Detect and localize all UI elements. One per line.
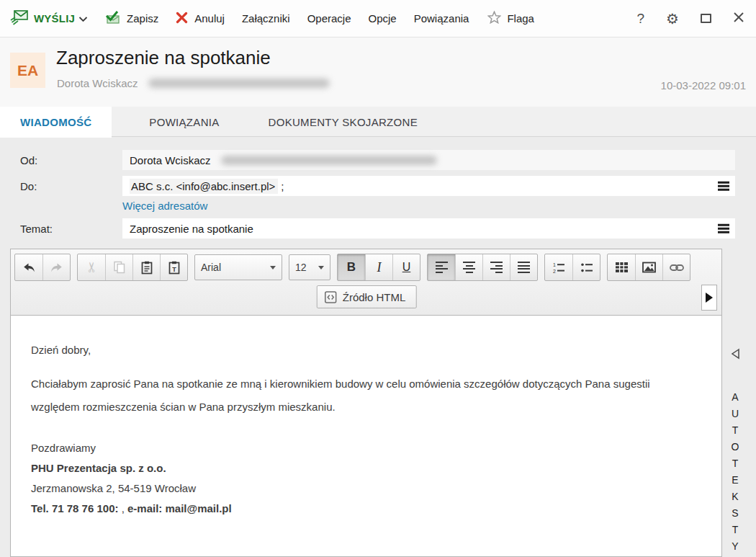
redacted-from-email (221, 156, 437, 165)
bold-button[interactable]: B (338, 254, 365, 280)
body-greeting: Dzień dobry, (31, 339, 700, 362)
font-family-select[interactable]: Arial (194, 254, 282, 280)
signature-closing: Pozdrawiamy (31, 438, 700, 458)
menu-opcje[interactable]: Opcje (369, 12, 397, 24)
insert-image-button[interactable] (635, 254, 662, 280)
to-field[interactable]: ABC s.c. <info@abc.insert.pl> ; (122, 176, 735, 196)
insert-table-button[interactable] (608, 254, 635, 280)
list-group: 1 2 (544, 254, 600, 281)
to-label: Do: (20, 180, 37, 192)
paste-text-icon: T (168, 261, 181, 275)
subject-field[interactable]: Zaproszenie na spotkanie (122, 218, 735, 239)
from-value: Dorota Wciskacz (130, 154, 211, 166)
tab-dokumenty-skojarzone[interactable]: DOKUMENTY SKOJARZONE (247, 107, 439, 137)
style-group: B I U (337, 254, 420, 281)
html-source-icon (325, 291, 337, 303)
menu-powiazania[interactable]: Powiązania (414, 12, 469, 24)
cut-button[interactable]: ✂ (78, 254, 105, 280)
autoteksty-collapse-button[interactable] (729, 347, 744, 360)
paste-icon (140, 261, 153, 275)
page-title: Zaproszenie na spotkanie (56, 47, 271, 69)
close-icon[interactable] (733, 12, 744, 26)
signature-contact: Tel. 71 78 76 100: , e-mail: mail@mail.p… (31, 499, 700, 519)
font-family-value: Arial (201, 262, 221, 273)
insert-link-button[interactable] (662, 254, 690, 280)
signature-company: PHU Prezentacja sp. z o.o. (31, 458, 700, 478)
align-right-icon (490, 262, 503, 273)
undo-button[interactable] (15, 254, 42, 280)
sender-line: Dorota Wciskacz (57, 77, 330, 89)
play-right-icon (706, 293, 713, 303)
recipient-chip[interactable]: ABC s.c. <info@abc.insert.pl> (130, 179, 278, 194)
html-source-button[interactable]: Źródło HTML (317, 285, 417, 308)
message-header: EA Zaproszenie na spotkanie Dorota Wcisk… (0, 37, 756, 107)
autoteksty-panel-label[interactable]: AUTOTEKSTY (724, 389, 746, 555)
link-icon (670, 263, 684, 272)
scissors-icon: ✂ (84, 262, 99, 273)
tab-wiadomosc[interactable]: WIADOMOŚĆ (0, 107, 112, 138)
align-left-icon (436, 262, 448, 273)
align-center-button[interactable] (455, 254, 482, 280)
redacted-email (148, 79, 330, 88)
main-toolbar: WYŚLIJ Zapisz (0, 0, 756, 37)
chevron-down-icon[interactable] (78, 12, 88, 24)
underline-glyph: U (402, 261, 411, 274)
to-suffix: ; (281, 180, 284, 192)
caret-down-icon (318, 266, 324, 269)
more-recipients-link[interactable]: Więcej adresatów (122, 200, 207, 212)
toolbar-expand-button[interactable] (701, 285, 717, 311)
signature-phone: Tel. 71 78 76 100: (31, 502, 118, 514)
window-controls: ? ⚙ (636, 10, 744, 27)
tab-powiazania[interactable]: POWIĄZANIA (127, 107, 240, 137)
flag-button[interactable]: Flaga (487, 11, 534, 26)
font-size-value: 12 (295, 262, 307, 273)
align-justify-button[interactable] (510, 254, 537, 280)
send-button[interactable]: WYŚLIJ (10, 9, 88, 28)
subject-value: Zaproszenie na spotkanie (130, 223, 253, 235)
from-label: Od: (20, 154, 37, 166)
email-compose-window: WYŚLIJ Zapisz (0, 0, 756, 557)
bold-glyph: B (347, 260, 356, 275)
bullet-list-button[interactable] (572, 254, 600, 280)
italic-button[interactable]: I (365, 254, 392, 280)
table-icon (615, 262, 629, 273)
undo-icon (22, 262, 36, 274)
hamburger-icon[interactable] (718, 182, 729, 191)
gear-icon[interactable]: ⚙ (666, 10, 679, 27)
redo-icon (50, 262, 63, 274)
align-justify-icon (518, 262, 530, 273)
help-icon[interactable]: ? (636, 11, 644, 27)
font-size-select[interactable]: 12 (289, 254, 330, 280)
signature-separator: , (118, 502, 127, 514)
image-icon (642, 262, 656, 273)
align-left-button[interactable] (428, 254, 455, 280)
from-field: Dorota Wciskacz (122, 150, 735, 170)
cancel-button-label: Anuluj (194, 12, 225, 24)
paste-text-button[interactable]: T (160, 254, 187, 280)
svg-text:2: 2 (553, 268, 556, 273)
subject-label: Temat: (20, 223, 53, 235)
flag-button-label: Flaga (507, 12, 534, 24)
ordered-list-button[interactable]: 1 2 (545, 254, 572, 280)
hamburger-icon[interactable] (718, 224, 729, 233)
svg-text:1: 1 (553, 262, 556, 267)
underline-button[interactable]: U (392, 254, 420, 280)
menu-operacje[interactable]: Operacje (307, 12, 351, 24)
clipboard-group: ✂ (77, 254, 188, 281)
insert-group (607, 254, 690, 281)
menu-zalaczniki[interactable]: Załączniki (242, 12, 290, 24)
star-icon (487, 11, 501, 26)
redo-button[interactable] (42, 254, 70, 280)
maximize-icon[interactable] (701, 14, 711, 23)
save-button[interactable]: Zapisz (105, 10, 158, 27)
message-body[interactable]: Dzień dobry, Chciałabym zaprosić Pana na… (11, 316, 721, 556)
sender-name: Dorota Wciskacz (57, 77, 138, 89)
body-paragraph: Chciałabym zaprosić Pana na spotkanie ze… (31, 373, 700, 419)
caret-down-icon (270, 266, 276, 269)
send-button-label: WYŚLIJ (34, 12, 75, 24)
cancel-button[interactable]: Anuluj (176, 12, 225, 26)
copy-button[interactable] (105, 254, 132, 280)
paste-button[interactable] (132, 254, 160, 280)
bullet-list-icon (580, 262, 593, 274)
align-right-button[interactable] (482, 254, 510, 280)
